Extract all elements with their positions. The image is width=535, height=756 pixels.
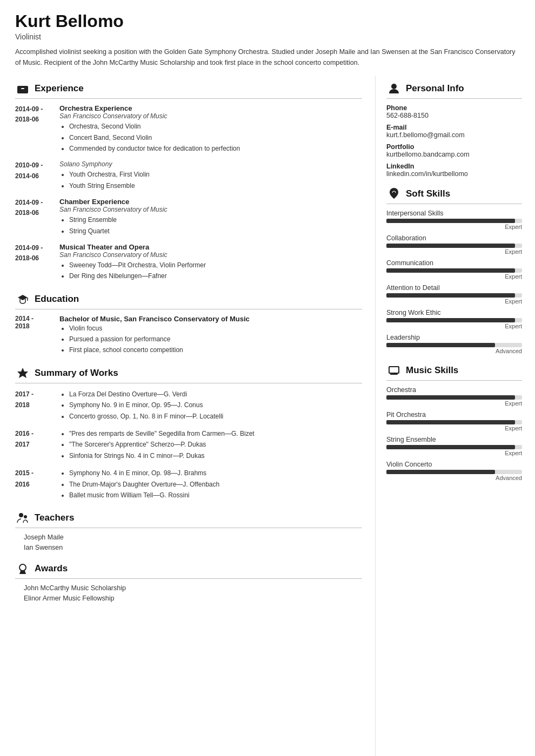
works-bullets-1: "Pres des remparts de Seville" Segedilla… — [59, 428, 255, 461]
soft-skill-item-2: Communication Expert — [386, 259, 522, 280]
skill-name: Leadership — [386, 334, 522, 341]
experience-section-title: Experience — [15, 81, 362, 99]
exp-title-0: Orchestra Experience — [59, 104, 240, 112]
teachers-list: Joseph Maile Ian Swensen — [15, 534, 362, 551]
skill-bar-fill — [386, 293, 515, 298]
exp-org-0: San Francisco Conservatory of Music — [59, 112, 240, 120]
award-item-1: Elinor Armer Music Fellowship — [24, 595, 362, 602]
candidate-summary: Accomplished violinist seeking a positio… — [15, 46, 520, 68]
works-date-end-1: 2017 — [15, 441, 30, 448]
skill-name: Orchestra — [386, 386, 522, 394]
teacher-item-1: Ian Swensen — [24, 544, 362, 551]
works-bullet: Ballet music from William Tell—G. Rossin… — [69, 490, 219, 501]
teachers-section-title: Teachers — [15, 510, 362, 528]
soft-skills-title: Soft Skills — [386, 186, 522, 204]
skill-bar-fill — [386, 244, 515, 248]
skill-bar-fill — [386, 343, 495, 347]
exp-date-end-2: 2018-06 — [15, 209, 39, 217]
skill-bar-fill — [386, 470, 495, 474]
two-column-layout: Experience 2014-09 - 2018-06 Orchestra E… — [0, 76, 535, 756]
svg-point-4 — [24, 515, 27, 518]
edu-bullet: Violin focus — [69, 323, 250, 334]
svg-rect-1 — [21, 88, 24, 89]
skill-bar-bg — [386, 318, 522, 322]
candidate-subtitle: Violinist — [15, 32, 520, 41]
skill-bar-bg — [386, 244, 522, 248]
skill-level: Expert — [386, 273, 522, 280]
svg-marker-2 — [17, 368, 28, 378]
works-icon — [15, 366, 30, 381]
awards-section: Awards John McCarthy Music Scholarship E… — [15, 561, 362, 602]
music-skill-item-2: String Ensemble Expert — [386, 436, 522, 456]
svg-rect-0 — [17, 86, 28, 93]
skill-level: Advanced — [386, 475, 522, 481]
svg-point-7 — [391, 84, 397, 89]
personal-info-item-0: Phone 562-688-8150 — [386, 104, 522, 119]
header: Kurt Bellomo Violinist Accomplished viol… — [0, 0, 535, 76]
soft-skills-icon — [386, 186, 402, 201]
skill-bar-bg — [386, 293, 522, 298]
exp-date-end-1: 2014-06 — [15, 172, 39, 180]
edu-date-end-0: 2018 — [15, 322, 30, 330]
experience-icon — [15, 81, 30, 96]
skill-name: Communication — [386, 259, 522, 267]
skill-name: Pit Orchestra — [386, 411, 522, 418]
exp-bullets-3: Sweeney Todd—Pit Orchestra, Violin Perfo… — [59, 260, 206, 282]
exp-bullet: Orchestra, Second Violin — [69, 121, 240, 132]
skill-bar-bg — [386, 268, 522, 273]
skill-level: Expert — [386, 248, 522, 255]
exp-bullet: String Ensemble — [69, 214, 167, 225]
works-section: Summary of Works 2017 - 2018 La Forza De… — [15, 366, 362, 501]
skill-bar-bg — [386, 395, 522, 400]
exp-bullet: Concert Band, Second Violin — [69, 132, 240, 143]
experience-entry-1: 2010-09 - 2014-06 Solano Symphony Youth … — [15, 160, 362, 191]
exp-org-3: San Francisco Conservatory of Music — [59, 251, 206, 259]
resume-page: Kurt Bellomo Violinist Accomplished viol… — [0, 0, 535, 756]
works-date-end-2: 2016 — [15, 481, 30, 488]
skill-name: String Ensemble — [386, 436, 522, 443]
edu-bullet: First place, school concerto competition — [69, 345, 250, 355]
soft-skill-item-0: Interpersonal Skills Expert — [386, 210, 522, 230]
soft-skills-section: Soft Skills Interpersonal Skills Expert … — [386, 186, 522, 354]
soft-skill-item-4: Strong Work Ethic Expert — [386, 309, 522, 329]
skill-level: Expert — [386, 298, 522, 305]
exp-org-2: San Francisco Conservatory of Music — [59, 206, 167, 213]
svg-rect-9 — [390, 374, 398, 375]
teachers-section: Teachers Joseph Maile Ian Swensen — [15, 510, 362, 551]
soft-skills-container: Interpersonal Skills Expert Collaboratio… — [386, 210, 522, 354]
exp-bullet: Sweeney Todd—Pit Orchestra, Violin Perfo… — [69, 260, 206, 271]
skill-level: Expert — [386, 425, 522, 431]
edu-bullet: Pursued a passion for performance — [69, 334, 250, 345]
works-bullets-2: Symphony No. 4 in E minor, Op. 98—J. Bra… — [59, 468, 219, 501]
exp-bullets-0: Orchestra, Second Violin Concert Band, S… — [59, 121, 240, 154]
personal-info-section: Personal Info Phone 562-688-8150 E-mail … — [386, 81, 522, 178]
candidate-name: Kurt Bellomo — [15, 12, 520, 31]
skill-name: Violin Concerto — [386, 461, 522, 468]
personal-info-title: Personal Info — [386, 81, 522, 99]
award-item-0: John McCarthy Music Scholarship — [24, 584, 362, 592]
exp-org-1: Solano Symphony — [59, 160, 150, 168]
awards-list: John McCarthy Music Scholarship Elinor A… — [15, 584, 362, 602]
works-date-start-1: 2016 - — [15, 430, 34, 437]
teachers-icon — [15, 510, 30, 525]
skill-name: Collaboration — [386, 234, 522, 242]
exp-date-start-3: 2014-09 - — [15, 244, 43, 252]
svg-point-5 — [19, 564, 26, 571]
awards-icon — [15, 561, 30, 576]
exp-bullets-2: String Ensemble String Quartet — [59, 214, 167, 237]
works-bullet: Symphony No. 4 in E minor, Op. 98—J. Bra… — [69, 468, 219, 478]
exp-date-start-0: 2014-09 - — [15, 105, 43, 113]
skill-bar-fill — [386, 420, 515, 424]
experience-entry-2: 2014-09 - 2018-06 Chamber Experience San… — [15, 198, 362, 237]
personal-info-item-2: Portfolio kurtbellomo.bandcamp.com — [386, 143, 522, 158]
soft-skill-item-1: Collaboration Expert — [386, 234, 522, 255]
edu-title-0: Bachelor of Music, San Francisco Conserv… — [59, 315, 250, 323]
works-bullet: "Pres des remparts de Seville" Segedilla… — [69, 428, 255, 439]
music-skills-icon — [386, 363, 402, 378]
works-bullet: Sinfonia for Strings No. 4 in C minor—P.… — [69, 450, 255, 461]
skill-bar-bg — [386, 470, 522, 474]
exp-date-end-3: 2018-06 — [15, 254, 39, 262]
exp-bullet: Youth Orchestra, First Violin — [69, 169, 150, 180]
personal-info-item-3: LinkedIn linkedin.com/in/kurtbellomo — [386, 163, 522, 178]
works-entry-2: 2015 - 2016 Symphony No. 4 in E minor, O… — [15, 468, 362, 501]
